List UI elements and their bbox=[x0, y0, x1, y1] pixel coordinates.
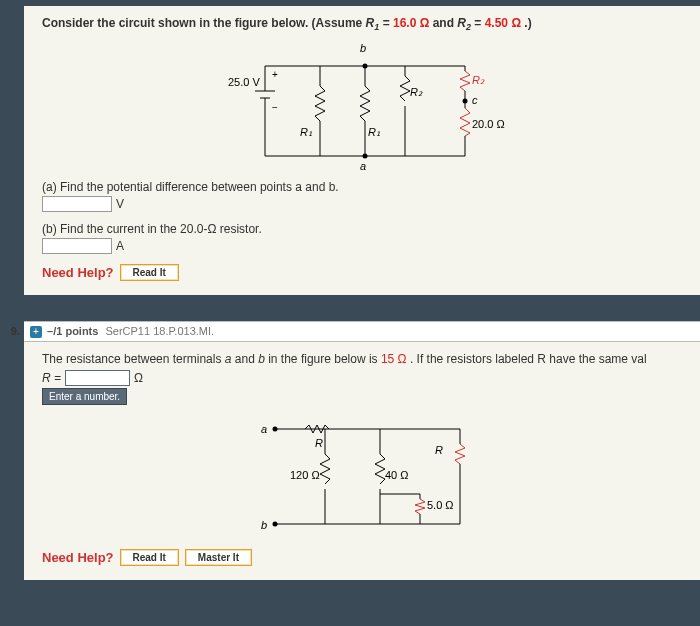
q9-help-row: Need Help? Read It Master It bbox=[42, 549, 688, 566]
svg-point-17 bbox=[463, 99, 468, 104]
q8-part-b-unit: A bbox=[116, 239, 124, 253]
need-help-label: Need Help? bbox=[42, 265, 114, 280]
r-label: R = bbox=[42, 371, 61, 385]
svg-text:R: R bbox=[315, 437, 323, 449]
need-help-label: Need Help? bbox=[42, 550, 114, 565]
q8-intro: Consider the circuit shown in the figure… bbox=[42, 16, 366, 30]
rab-value: 15 Ω bbox=[381, 352, 407, 366]
svg-text:c: c bbox=[472, 94, 478, 106]
svg-text:20.0 Ω: 20.0 Ω bbox=[472, 118, 505, 130]
question-9-panel: The resistance between terminals a and b… bbox=[24, 342, 700, 580]
q9-points: –/1 points bbox=[47, 325, 98, 337]
svg-point-40 bbox=[273, 427, 278, 432]
svg-text:−: − bbox=[272, 102, 278, 113]
q9-circuit-diagram: a b R R 120 Ω 40 Ω 5.0 Ω bbox=[235, 409, 495, 539]
q8-part-b-text: (b) Find the current in the 20.0-Ω resis… bbox=[42, 222, 262, 236]
r1-value: 16.0 Ω bbox=[393, 16, 429, 30]
svg-text:R: R bbox=[435, 444, 443, 456]
q8-part-b: (b) Find the current in the 20.0-Ω resis… bbox=[42, 222, 688, 254]
q9-source: SerCP11 18.P.013.MI. bbox=[105, 325, 214, 337]
q8-part-a-unit: V bbox=[116, 197, 124, 211]
r2-value: 4.50 Ω bbox=[485, 16, 521, 30]
svg-text:5.0 Ω: 5.0 Ω bbox=[427, 499, 454, 511]
q8-help-row: Need Help? Read It bbox=[42, 264, 688, 281]
svg-text:R₂: R₂ bbox=[410, 86, 423, 98]
svg-text:25.0 V: 25.0 V bbox=[228, 76, 260, 88]
master-it-button[interactable]: Master It bbox=[185, 549, 252, 566]
svg-text:a: a bbox=[360, 160, 366, 172]
svg-text:R₁: R₁ bbox=[300, 126, 312, 138]
svg-text:120 Ω: 120 Ω bbox=[290, 469, 320, 481]
svg-point-15 bbox=[363, 64, 368, 69]
svg-text:b: b bbox=[360, 42, 366, 54]
read-it-button[interactable]: Read It bbox=[120, 264, 179, 281]
r-unit: Ω bbox=[134, 371, 143, 385]
q9-r-input[interactable] bbox=[65, 370, 130, 386]
svg-point-16 bbox=[363, 154, 368, 159]
q8-part-a-input[interactable] bbox=[42, 196, 112, 212]
q8-part-b-input[interactable] bbox=[42, 238, 112, 254]
svg-text:R₂: R₂ bbox=[472, 74, 485, 86]
svg-text:+: + bbox=[272, 69, 278, 80]
expand-icon[interactable]: + bbox=[30, 326, 42, 338]
question-8-panel: Consider the circuit shown in the figure… bbox=[24, 6, 700, 295]
read-it-button[interactable]: Read It bbox=[120, 549, 179, 566]
svg-point-41 bbox=[273, 522, 278, 527]
svg-text:40 Ω: 40 Ω bbox=[385, 469, 409, 481]
svg-text:a: a bbox=[261, 423, 267, 435]
q8-part-a-text: (a) Find the potential difference betwee… bbox=[42, 180, 339, 194]
q8-part-a: (a) Find the potential difference betwee… bbox=[42, 180, 688, 212]
svg-text:R₁: R₁ bbox=[368, 126, 380, 138]
q8-prompt: Consider the circuit shown in the figure… bbox=[42, 16, 688, 32]
q9-prompt: The resistance between terminals a and b… bbox=[42, 352, 688, 366]
q9-number: 9. bbox=[0, 325, 20, 337]
enter-number-tip: Enter a number. bbox=[42, 388, 127, 405]
q8-circuit-diagram: b a c 25.0 V + − R₁ R₁ R₂ R₂ 20.0 Ω bbox=[210, 36, 520, 176]
svg-text:b: b bbox=[261, 519, 267, 531]
q9-header: 9. + –/1 points SerCP11 18.P.013.MI. bbox=[24, 321, 700, 342]
